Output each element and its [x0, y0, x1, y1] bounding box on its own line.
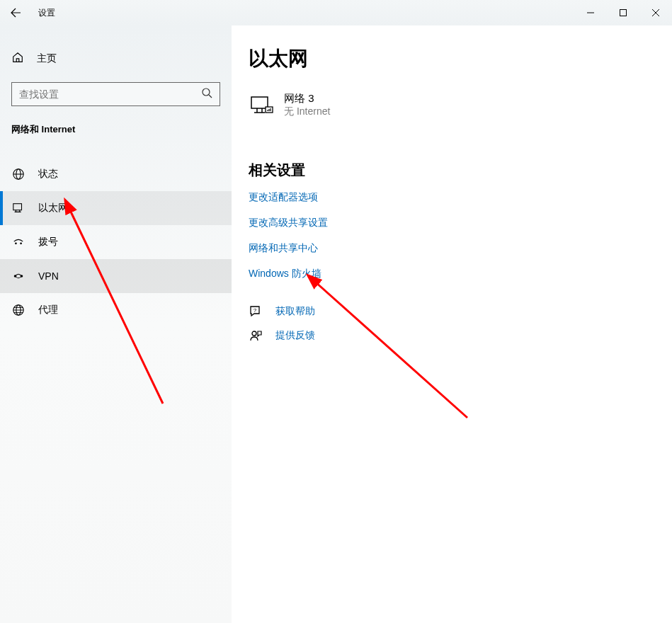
sidebar-item-label: VPN	[38, 270, 59, 282]
link-adapter-options[interactable]: 更改适配器选项	[249, 191, 655, 204]
feedback-link[interactable]: 提供反馈	[275, 329, 315, 342]
dialup-icon	[11, 235, 25, 249]
feedback-row[interactable]: 提供反馈	[249, 328, 655, 343]
proxy-icon	[11, 303, 25, 317]
svg-point-1	[203, 88, 210, 96]
back-arrow-icon	[10, 7, 21, 18]
network-text: 网络 3 无 Internet	[284, 92, 330, 118]
link-advanced-sharing[interactable]: 更改高级共享设置	[249, 217, 655, 229]
search-box[interactable]	[11, 82, 220, 106]
sidebar-item-label: 代理	[38, 304, 58, 316]
titlebar-left: 设置	[8, 6, 55, 20]
sidebar-item-status[interactable]: 状态	[0, 157, 232, 191]
home-button[interactable]: 主页	[0, 45, 232, 72]
minimize-icon	[587, 9, 594, 16]
status-icon	[11, 167, 25, 181]
maximize-icon	[620, 9, 627, 16]
network-entry[interactable]: 网络 3 无 Internet	[249, 92, 655, 118]
home-icon	[11, 51, 24, 67]
titlebar: 设置	[0, 0, 672, 25]
sidebar-item-label: 以太网	[38, 202, 68, 215]
network-name: 网络 3	[284, 92, 330, 105]
page-title: 以太网	[249, 45, 655, 72]
main-area: 主页 网络和 Internet 状态 以太网	[0, 25, 672, 623]
search-input[interactable]	[19, 88, 201, 100]
svg-point-6	[20, 242, 22, 244]
link-network-sharing-center[interactable]: 网络和共享中心	[249, 242, 655, 255]
minimize-button[interactable]	[574, 0, 607, 25]
home-label: 主页	[37, 52, 57, 65]
svg-point-14	[252, 331, 256, 336]
close-button[interactable]	[639, 0, 672, 25]
nav-list: 状态 以太网 拨号 VPN	[0, 157, 232, 327]
ethernet-icon	[11, 201, 25, 215]
search-icon	[201, 87, 212, 101]
feedback-icon	[249, 328, 263, 343]
section-title: 网络和 Internet	[0, 106, 232, 143]
window-controls	[574, 0, 672, 25]
network-status: 无 Internet	[284, 105, 330, 118]
get-help-row[interactable]: ? 获取帮助	[249, 304, 655, 319]
help-icon: ?	[249, 304, 263, 319]
window-title: 设置	[38, 7, 55, 19]
network-monitor-icon	[249, 93, 274, 118]
sidebar-item-ethernet[interactable]: 以太网	[0, 191, 232, 225]
vpn-icon	[11, 269, 25, 283]
svg-point-5	[15, 242, 17, 244]
sidebar-item-proxy[interactable]: 代理	[0, 293, 232, 327]
sidebar-item-label: 拨号	[38, 236, 58, 248]
close-icon	[652, 9, 659, 16]
sidebar-item-label: 状态	[38, 168, 58, 181]
svg-rect-0	[620, 10, 627, 16]
link-windows-firewall[interactable]: Windows 防火墙	[249, 268, 655, 280]
content: 以太网 网络 3 无 Internet 相关设置 更改适配器选项 更改高级共享设…	[232, 25, 672, 623]
related-settings-title: 相关设置	[249, 161, 655, 180]
help-section: ? 获取帮助 提供反馈	[249, 304, 655, 343]
svg-rect-4	[13, 204, 22, 210]
sidebar-item-dialup[interactable]: 拨号	[0, 225, 232, 259]
sidebar-item-vpn[interactable]: VPN	[0, 259, 232, 293]
get-help-link[interactable]: 获取帮助	[275, 305, 315, 318]
back-button[interactable]	[8, 6, 23, 20]
maximize-button[interactable]	[607, 0, 639, 25]
svg-text:?: ?	[254, 307, 257, 314]
sidebar: 主页 网络和 Internet 状态 以太网	[0, 25, 232, 623]
